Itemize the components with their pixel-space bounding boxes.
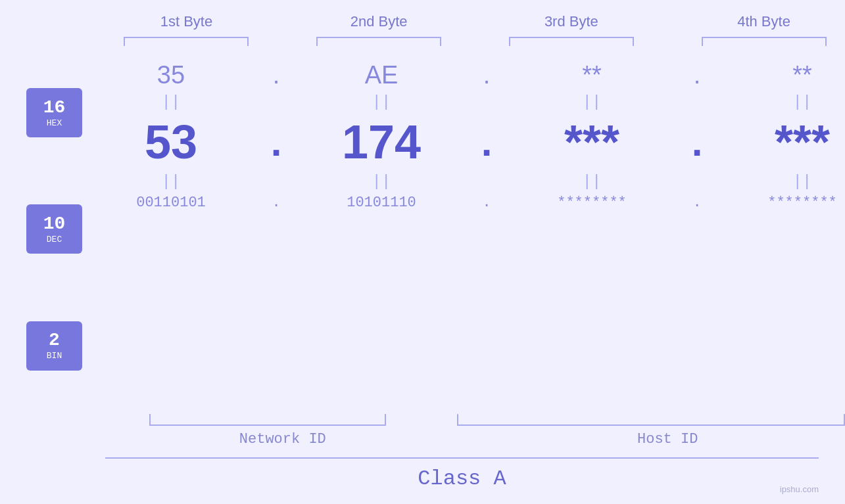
host-bracket — [457, 414, 845, 426]
bin-row: 00110101 . 10101110 . ******** . *******… — [82, 195, 845, 211]
bin-badge-num: 2 — [49, 331, 60, 351]
hex-dot1: . — [273, 61, 280, 89]
sep1-b1: || — [82, 92, 260, 112]
hex-b3: ** — [582, 61, 602, 89]
content-area: 16 HEX 10 DEC 2 BIN 35 . AE . ** . ** — [0, 55, 845, 404]
dec-badge-label: DEC — [47, 235, 62, 244]
byte1-header: 1st Byte — [105, 13, 268, 30]
hex-dot3: . — [694, 61, 701, 89]
bin-b1: 00110101 — [136, 195, 206, 211]
watermark: ipshu.com — [780, 484, 819, 494]
dec-dot1: . — [271, 120, 282, 164]
dec-row: 53 . 174 . *** . *** — [82, 115, 845, 169]
badge-column: 16 HEX 10 DEC 2 BIN — [0, 55, 82, 404]
sep1-b2: || — [293, 92, 470, 112]
bin-badge: 2 BIN — [26, 321, 82, 371]
hex-badge-label: HEX — [47, 118, 62, 128]
dec-badge: 10 DEC — [26, 204, 82, 254]
dec-dot3: . — [692, 120, 703, 164]
bin-dot2: . — [482, 195, 491, 211]
sep1-b4: || — [713, 92, 845, 112]
byte4-header: 4th Byte — [683, 13, 845, 30]
bin-b4: ******** — [767, 195, 837, 211]
sep2-b3: || — [503, 172, 681, 192]
hex-row: 35 . AE . ** . ** — [82, 61, 845, 89]
bin-dot3: . — [692, 195, 701, 211]
sep2-b2: || — [293, 172, 470, 192]
data-columns: 35 . AE . ** . ** || || || || 53 — [82, 55, 845, 404]
class-row: Class A ipshu.com — [105, 457, 819, 491]
dec-b4: *** — [775, 116, 830, 168]
top-brackets — [105, 37, 845, 46]
main-container: 1st Byte 2nd Byte 3rd Byte 4th Byte 16 H… — [0, 0, 845, 504]
hex-badge: 16 HEX — [26, 88, 82, 137]
dec-b1: 53 — [145, 116, 197, 168]
hex-badge-num: 16 — [43, 98, 66, 118]
dec-b3: *** — [564, 116, 619, 168]
bin-b3: ******** — [557, 195, 627, 211]
sep1-b3: || — [503, 92, 681, 112]
sep-row-1: || || || || — [82, 92, 845, 112]
hex-b2: AE — [365, 61, 398, 89]
byte-headers: 1st Byte 2nd Byte 3rd Byte 4th Byte — [105, 13, 845, 30]
bin-dot1: . — [272, 195, 280, 211]
bottom-section: Network ID Host ID — [105, 407, 845, 447]
dec-dot2: . — [481, 120, 493, 164]
bin-b2: 10101110 — [347, 195, 416, 211]
host-id-label: Host ID — [490, 431, 845, 447]
class-label: Class A — [418, 467, 506, 491]
dec-b2: 174 — [342, 116, 421, 168]
byte2-header: 2nd Byte — [298, 13, 460, 30]
network-bracket — [149, 414, 386, 426]
byte3-header: 3rd Byte — [490, 13, 652, 30]
hex-b4: ** — [792, 61, 812, 89]
sep2-b1: || — [82, 172, 260, 192]
hex-b1: 35 — [157, 61, 185, 89]
bin-badge-label: BIN — [47, 351, 62, 361]
sep2-b4: || — [713, 172, 845, 192]
hex-dot2: . — [483, 61, 491, 89]
dec-badge-num: 10 — [43, 214, 66, 235]
sep-row-2: || || || || — [82, 172, 845, 192]
network-id-label: Network ID — [105, 431, 460, 447]
